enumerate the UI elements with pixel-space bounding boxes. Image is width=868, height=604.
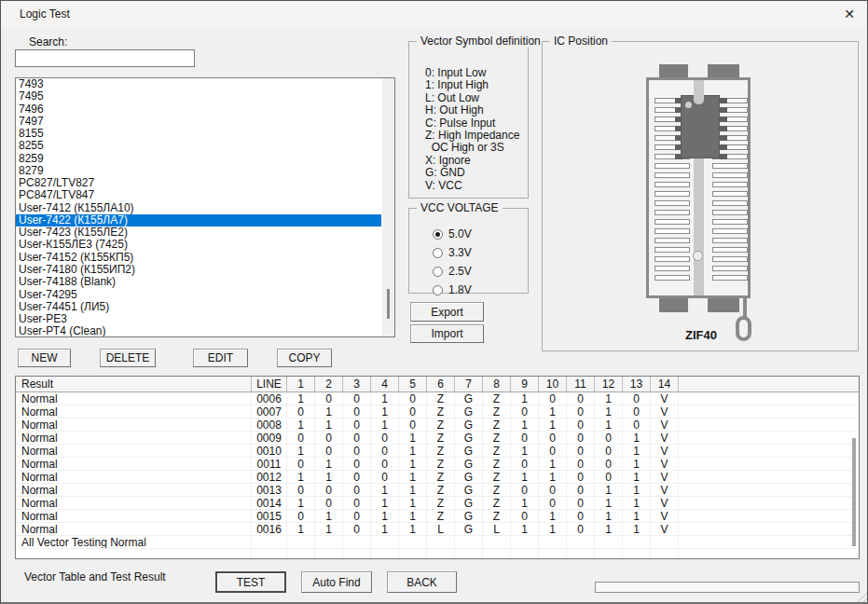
list-item[interactable]: User-РТ4 (Clean) (16, 325, 381, 337)
vcc-option-5-0V[interactable]: 5.0V (409, 227, 521, 240)
pin-cell: 1 (595, 392, 623, 405)
filler-cell (679, 523, 859, 536)
list-item[interactable]: User-К155ЛЕ3 (7425) (16, 239, 381, 251)
column-header-pin-1[interactable]: 1 (287, 377, 315, 391)
pin-cell (287, 536, 315, 549)
empty-row[interactable] (16, 549, 859, 559)
pin-cell: 1 (623, 458, 651, 471)
pin-cell (427, 549, 455, 559)
column-header-pin-13[interactable]: 13 (623, 377, 651, 391)
pin-cell: 1 (315, 471, 343, 484)
table-row[interactable]: Normal001101001ZGZ01001V (16, 458, 859, 471)
column-header-line[interactable]: LINE (252, 377, 287, 391)
column-header-pin-3[interactable]: 3 (343, 377, 371, 391)
search-input[interactable] (15, 49, 195, 67)
pin-cell: G (455, 523, 483, 536)
pin-cell: 0 (287, 405, 315, 419)
filler-cell (679, 458, 859, 471)
chip-leg-right (720, 144, 727, 150)
column-header-pin-11[interactable]: 11 (567, 377, 595, 391)
filler-cell (679, 549, 859, 559)
radio-icon (433, 285, 443, 295)
pin-cell (651, 536, 679, 549)
column-header-pin-9[interactable]: 9 (511, 377, 539, 391)
table-row[interactable]: Normal001501011ZGZ01011V (16, 510, 859, 523)
copy-button[interactable]: COPY (277, 349, 332, 367)
list-item[interactable]: 7495 (16, 90, 381, 103)
list-item[interactable]: User-74188 (Blank) (16, 276, 381, 288)
table-row[interactable]: Normal000811010ZGZ11010V (16, 419, 859, 432)
table-row[interactable]: Normal001211001ZGZ11001V (16, 471, 859, 484)
pin-cell: G (455, 432, 483, 445)
pin-cell (595, 549, 623, 559)
column-header-pin-5[interactable]: 5 (399, 377, 427, 391)
pin-cell: 0 (287, 484, 315, 497)
column-header-pin-8[interactable]: 8 (483, 377, 511, 391)
column-header-result[interactable]: Result (16, 377, 252, 391)
column-header-pin-10[interactable]: 10 (539, 377, 567, 391)
list-item[interactable]: 7493 (16, 78, 381, 90)
pin-cell: 0 (567, 484, 595, 497)
result-cell: All Vector Testing Normal (16, 536, 252, 549)
list-item[interactable]: 8279 (16, 165, 381, 177)
pin-cell: 0 (371, 445, 399, 458)
list-item[interactable]: User-7423 (К155ЛЕ2) (16, 226, 381, 239)
table-row[interactable]: Normal001410011ZGZ10011V (16, 497, 859, 510)
table-row[interactable]: Normal000610010ZGZ10010V (16, 392, 859, 405)
column-header-pin-12[interactable]: 12 (595, 377, 623, 391)
column-header-pin-14[interactable]: 14 (651, 377, 679, 391)
list-item[interactable]: User-74295 (16, 289, 381, 301)
list-item[interactable]: User-7422 (К155ЛА7) (16, 214, 381, 226)
socket-pin-right (712, 219, 748, 225)
pin-cell (371, 536, 399, 549)
vcc-voltage-groupbox: VCC VOLTAGE 5.0V3.3V2.5V1.8V (408, 208, 529, 294)
test-button[interactable]: TEST (215, 571, 286, 593)
socket-pin-right (712, 163, 748, 169)
chip-listbox[interactable]: 74937495749674978155825582598279PC827/LT… (15, 77, 395, 337)
list-item[interactable]: PC827/LTV827 (16, 177, 381, 189)
table-scrollbar-thumb[interactable] (852, 438, 856, 546)
table-row[interactable]: Normal000701010ZGZ01010V (16, 405, 859, 419)
vcc-option-1-8V[interactable]: 1.8V (409, 283, 521, 296)
new-button[interactable]: NEW (18, 349, 71, 367)
edit-button[interactable]: EDIT (193, 349, 248, 367)
summary-row[interactable]: All Vector Testing Normal (16, 536, 859, 549)
result-cell: Normal (16, 471, 252, 484)
export-button[interactable]: Export (410, 302, 484, 322)
vector-symbol-line: Z: High Impedance (425, 130, 519, 142)
list-item[interactable]: 7496 (16, 103, 381, 116)
column-header-pin-2[interactable]: 2 (315, 377, 343, 391)
table-row[interactable]: Normal000900001ZGZ00001V (16, 432, 859, 445)
column-header-pin-6[interactable]: 6 (427, 377, 455, 391)
list-item[interactable]: User-7412 (К155ЛА10) (16, 202, 381, 214)
list-item[interactable]: 8259 (16, 153, 381, 165)
column-header-pin-4[interactable]: 4 (371, 377, 399, 391)
list-item[interactable]: User-74152 (К155КП5) (16, 252, 381, 264)
pin-cell: 0 (399, 392, 427, 405)
pin-cell: 0 (539, 484, 567, 497)
vcc-option-3-3V[interactable]: 3.3V (409, 246, 521, 259)
pin-cell (623, 549, 651, 559)
socket-pin-left (654, 172, 690, 178)
delete-button[interactable]: DELETE (100, 349, 156, 367)
list-item[interactable]: User-74451 (ЛИ5) (16, 301, 381, 313)
socket-pin-left (654, 191, 690, 197)
auto-find-button[interactable]: Auto Find (301, 571, 372, 593)
back-button[interactable]: BACK (387, 571, 457, 593)
list-item[interactable]: User-РЕ3 (16, 313, 381, 325)
pin-cell: 0 (623, 405, 651, 419)
close-button[interactable]: ✕ (837, 4, 861, 24)
column-header-pin-7[interactable]: 7 (455, 377, 483, 391)
table-row[interactable]: Normal001010001ZGZ10001V (16, 445, 859, 458)
table-row[interactable]: Normal001300011ZGZ00011V (16, 484, 859, 497)
list-item[interactable]: PC847/LTV847 (16, 189, 381, 201)
import-button[interactable]: Import (410, 324, 484, 343)
list-item[interactable]: 8255 (16, 140, 381, 152)
vcc-option-2-5V[interactable]: 2.5V (409, 265, 521, 278)
list-item[interactable]: User-74180 (К155ИП2) (16, 264, 381, 276)
list-item[interactable]: 7497 (16, 116, 381, 128)
table-row[interactable]: Normal001611011LGL11011V (16, 523, 859, 536)
listbox-scrollbar-thumb[interactable] (387, 289, 390, 319)
listbox-scrollbar[interactable] (382, 78, 394, 336)
list-item[interactable]: 8155 (16, 128, 381, 140)
